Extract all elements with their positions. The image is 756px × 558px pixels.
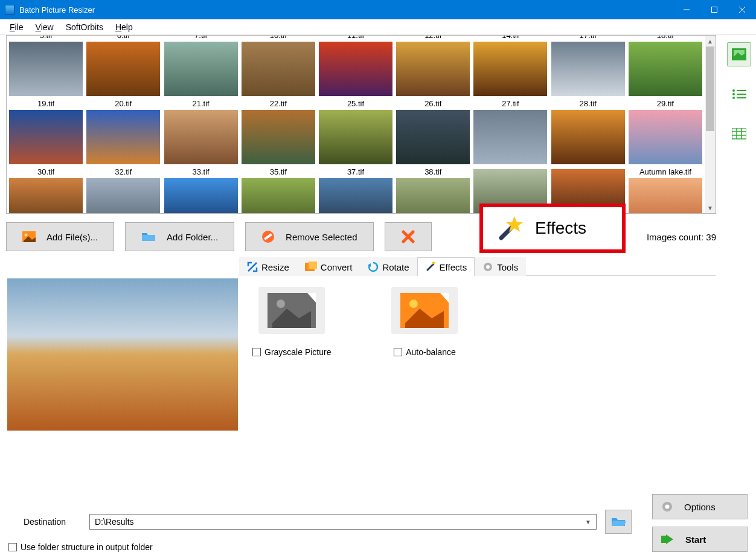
- thumbnail-caption: 19.tif: [37, 98, 54, 109]
- close-button[interactable]: [728, 0, 756, 19]
- destination-value: D:\Results: [95, 517, 134, 527]
- thumbnail-item[interactable]: 37.tif: [318, 166, 394, 214]
- tab-resize[interactable]: Resize: [239, 257, 297, 276]
- thumbnail-item[interactable]: 19.tif: [8, 98, 84, 165]
- thumbnail-image: [473, 41, 548, 97]
- view-thumbnails-button[interactable]: [727, 42, 751, 66]
- thumbnail-item[interactable]: 18.tif: [627, 35, 703, 97]
- start-button[interactable]: Start: [652, 527, 748, 552]
- tab-container: Resize Convert Rotate Effects Tools: [239, 257, 716, 452]
- thumbnail-item[interactable]: Autumn lake.tif: [627, 166, 703, 214]
- app-icon: [5, 5, 14, 14]
- minimize-button[interactable]: [673, 0, 700, 19]
- add-folder-button[interactable]: Add Folder...: [125, 222, 234, 251]
- thumbnail-item[interactable]: 10.tif: [240, 35, 316, 97]
- svg-rect-36: [737, 94, 746, 95]
- thumbnail-item[interactable]: 32.tif: [85, 166, 161, 214]
- thumbnail-item[interactable]: 12.tif: [395, 35, 471, 97]
- menu-view[interactable]: View: [30, 21, 60, 33]
- thumbnail-item[interactable]: 27.tif: [472, 98, 548, 165]
- menu-file[interactable]: File: [4, 21, 30, 33]
- thumbnail-item[interactable]: 21.tif: [162, 98, 239, 165]
- thumbnail-item[interactable]: 26.tif: [395, 98, 471, 165]
- options-button[interactable]: Options: [652, 494, 748, 519]
- grayscale-preview-icon: [258, 287, 325, 334]
- grid-icon: [732, 128, 746, 140]
- gear-icon: [482, 261, 493, 272]
- menu-help[interactable]: Help: [109, 21, 139, 33]
- svg-rect-1: [712, 7, 717, 13]
- effects-callout: Effects: [479, 204, 626, 253]
- thumbnail-image: [551, 109, 626, 165]
- thumbnail-item[interactable]: 30.tif: [8, 166, 84, 214]
- maximize-button[interactable]: [700, 0, 728, 19]
- add-folder-label: Add Folder...: [167, 232, 218, 242]
- thumbnail-image: [473, 109, 548, 165]
- remove-selected-button[interactable]: Remove Selected: [245, 222, 373, 251]
- thumbnail-caption: 25.tif: [347, 98, 364, 109]
- resize-icon: [247, 261, 258, 272]
- svg-point-35: [732, 93, 735, 95]
- thumbnail-caption: 6.tif: [117, 35, 130, 41]
- thumbnail-item[interactable]: 33.tif: [162, 166, 239, 214]
- picture-icon: [22, 231, 36, 242]
- thumbnail-item[interactable]: 28.tif: [550, 98, 626, 165]
- thumbnail-item[interactable]: 11.tif: [318, 35, 394, 97]
- thumbnail-caption: Autumn lake.tif: [639, 166, 691, 178]
- thumbnail-item[interactable]: 25.tif: [318, 98, 394, 165]
- destination-combo[interactable]: D:\Results ▼: [89, 514, 597, 530]
- thumbnail-item[interactable]: 5.tif: [8, 35, 84, 97]
- browse-folder-button[interactable]: [605, 510, 632, 534]
- thumbnail-caption: 7.tif: [194, 35, 207, 41]
- autobalance-checkbox[interactable]: Auto-balance: [394, 347, 456, 357]
- add-files-button[interactable]: Add File(s)...: [6, 222, 114, 251]
- thumbnail-caption: 37.tif: [347, 166, 364, 178]
- list-icon: [732, 89, 746, 100]
- view-list-button[interactable]: [727, 82, 751, 106]
- thumbnail-item[interactable]: 6.tif: [85, 35, 161, 97]
- gear-icon: [661, 501, 673, 513]
- preview-image: [7, 278, 239, 431]
- autobalance-preview-icon: [391, 287, 458, 334]
- remove-all-button[interactable]: [385, 222, 432, 251]
- thumbnail-image: [318, 178, 393, 214]
- convert-icon: [305, 261, 317, 272]
- thumbnail-caption: 29.tif: [657, 98, 674, 109]
- add-files-label: Add File(s)...: [46, 232, 98, 242]
- thumbnail-caption: 14.tif: [502, 35, 519, 41]
- tab-effects[interactable]: Effects: [417, 257, 475, 276]
- grayscale-checkbox[interactable]: Grayscale Picture: [252, 347, 331, 357]
- rotate-icon: [368, 261, 379, 272]
- thumbnail-caption: 28.tif: [580, 98, 597, 109]
- svg-rect-28: [661, 536, 666, 543]
- thumbnail-caption: 17.tif: [580, 35, 597, 41]
- window-title: Batch Picture Resizer: [19, 5, 673, 14]
- tab-tools[interactable]: Tools: [475, 257, 526, 276]
- thumbnail-item[interactable]: 20.tif: [85, 98, 161, 165]
- folder-open-icon: [611, 516, 626, 527]
- tab-convert[interactable]: Convert: [297, 257, 360, 276]
- thumbnail-image: [8, 41, 83, 97]
- scroll-handle[interactable]: [706, 46, 714, 131]
- thumbnail-item[interactable]: 35.tif: [240, 166, 316, 214]
- images-count: Images count: 39: [647, 232, 716, 242]
- menu-softorbits[interactable]: SoftOrbits: [60, 21, 109, 33]
- thumbnail-item[interactable]: 17.tif: [550, 35, 626, 97]
- thumbnail-item[interactable]: 22.tif: [240, 98, 316, 165]
- thumbnail-item[interactable]: 29.tif: [627, 98, 703, 165]
- bottom-panel: Destination D:\Results ▼ Use folder stru…: [0, 502, 756, 558]
- thumbnail-item[interactable]: 7.tif: [162, 35, 239, 97]
- thumbnail-item[interactable]: 38.tif: [395, 166, 471, 214]
- preview-panel: [6, 257, 239, 452]
- tab-rotate[interactable]: Rotate: [360, 257, 417, 276]
- svg-point-37: [732, 97, 735, 99]
- thumbnail-item[interactable]: 14.tif: [472, 35, 548, 97]
- thumbnail-scrollbar[interactable]: ▲ ▼: [705, 36, 716, 213]
- view-details-button[interactable]: [727, 122, 751, 146]
- thumbnail-caption: 22.tif: [270, 98, 287, 109]
- thumbnail-image: [551, 41, 626, 97]
- scroll-up-icon[interactable]: ▲: [705, 36, 716, 46]
- thumbnail-image: [396, 178, 470, 214]
- use-folder-structure-checkbox[interactable]: Use folder structure in output folder: [8, 542, 748, 552]
- scroll-down-icon[interactable]: ▼: [705, 202, 716, 213]
